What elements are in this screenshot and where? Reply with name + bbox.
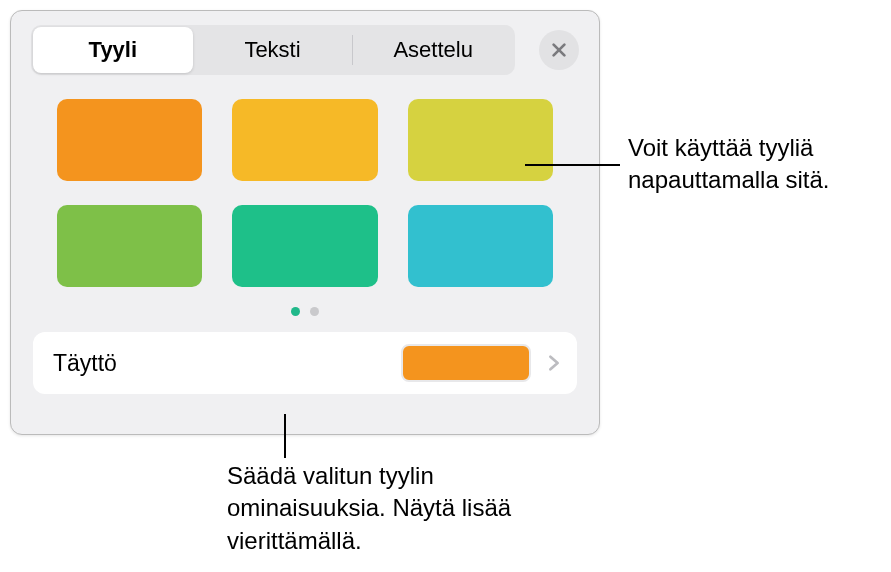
chevron-right-icon bbox=[545, 354, 563, 372]
close-button[interactable] bbox=[539, 30, 579, 70]
tab-layout[interactable]: Asettelu bbox=[353, 27, 513, 73]
page-dot bbox=[310, 307, 319, 316]
style-swatch[interactable] bbox=[408, 205, 553, 287]
close-icon bbox=[550, 41, 568, 59]
style-swatch[interactable] bbox=[57, 205, 202, 287]
style-swatch[interactable] bbox=[232, 205, 377, 287]
panel-header: Tyyli Teksti Asettelu bbox=[11, 11, 599, 89]
tab-segmented-control: Tyyli Teksti Asettelu bbox=[31, 25, 515, 75]
fill-row[interactable]: Täyttö bbox=[33, 332, 577, 394]
tab-style[interactable]: Tyyli bbox=[33, 27, 193, 73]
style-swatch[interactable] bbox=[408, 99, 553, 181]
callout-tap-style: Voit käyttää tyyliä napauttamalla sitä. bbox=[628, 132, 878, 197]
style-swatch[interactable] bbox=[57, 99, 202, 181]
format-panel: Tyyli Teksti Asettelu Täyttö bbox=[10, 10, 600, 435]
style-swatch-grid bbox=[11, 89, 599, 295]
callout-line bbox=[525, 164, 620, 166]
style-swatch[interactable] bbox=[232, 99, 377, 181]
page-dot-active bbox=[291, 307, 300, 316]
fill-color-preview bbox=[401, 344, 531, 382]
page-indicator[interactable] bbox=[11, 295, 599, 326]
fill-label: Täyttö bbox=[53, 350, 401, 377]
callout-adjust-properties: Säädä valitun tyylin ominaisuuksia. Näyt… bbox=[227, 460, 527, 557]
callout-line bbox=[284, 414, 286, 458]
tab-text[interactable]: Teksti bbox=[193, 27, 353, 73]
